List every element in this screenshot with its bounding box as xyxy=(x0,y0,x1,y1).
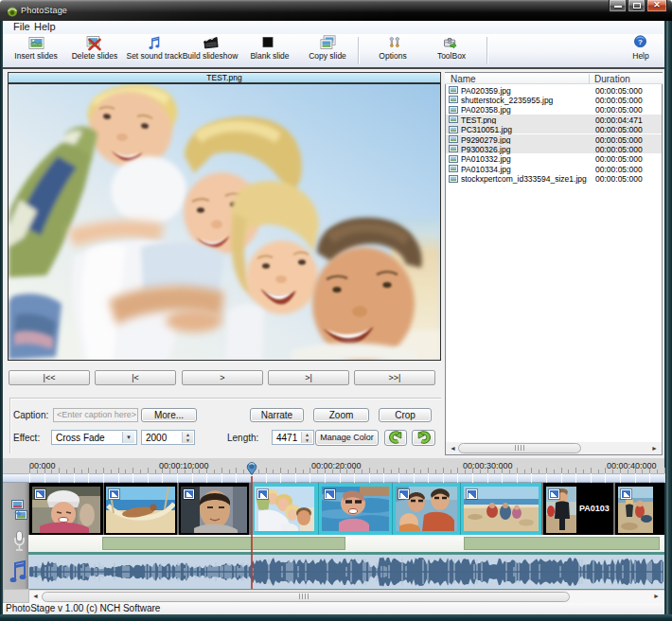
svg-text:?: ? xyxy=(638,38,643,46)
